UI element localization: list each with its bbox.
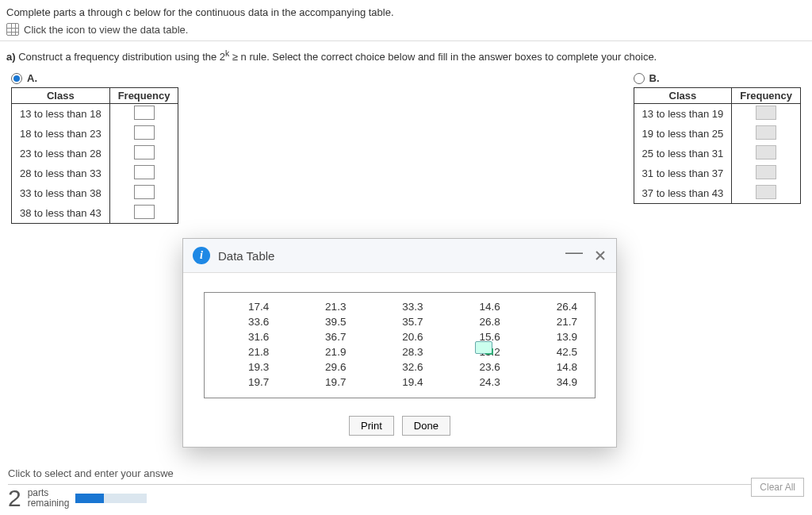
bottom-bar: Click to select and enter your answe 2 p… bbox=[0, 461, 812, 515]
data-cell: 28.3 bbox=[373, 346, 426, 358]
table-row: 25 to less than 31 bbox=[634, 144, 800, 163]
radio-B[interactable] bbox=[634, 73, 645, 84]
frequency-input[interactable] bbox=[134, 125, 155, 140]
data-cell: 21.7 bbox=[527, 316, 580, 328]
minimize-icon[interactable]: — bbox=[565, 248, 583, 256]
radio-A[interactable] bbox=[11, 73, 22, 84]
table-row: 33 to less than 38 bbox=[12, 183, 178, 203]
data-cell: 31.6 bbox=[219, 331, 272, 343]
data-grid: 17.421.333.314.626.433.639.535.726.821.7… bbox=[219, 301, 580, 388]
instruction-line-2: Click the icon to view the data table. bbox=[24, 22, 188, 38]
choice-A-letter: A. bbox=[27, 72, 37, 84]
instructions-block: Complete parts a through c below for the… bbox=[0, 0, 812, 41]
data-cell: 32.6 bbox=[373, 361, 426, 373]
table-B-freq-header: Frequency bbox=[732, 88, 801, 104]
parts-remaining: 2 parts remaining bbox=[8, 485, 147, 512]
table-row: 38 to less than 43 bbox=[12, 203, 178, 224]
class-cell: 31 to less than 37 bbox=[634, 163, 732, 183]
class-cell: 25 to less than 31 bbox=[634, 144, 732, 163]
data-cell: 23.6 bbox=[450, 361, 504, 373]
data-cell: 19.7 bbox=[219, 376, 272, 388]
done-button[interactable]: Done bbox=[402, 416, 450, 436]
table-row: 23 to less than 28 bbox=[12, 144, 178, 163]
frequency-input bbox=[756, 185, 776, 199]
data-area: 17.421.333.314.626.433.639.535.726.821.7… bbox=[204, 292, 596, 398]
frequency-input[interactable] bbox=[134, 185, 155, 199]
data-cell: 13.9 bbox=[527, 331, 580, 343]
class-cell: 28 to less than 33 bbox=[12, 163, 110, 183]
table-row: 18 to less than 23 bbox=[12, 124, 178, 144]
frequency-cell bbox=[732, 144, 801, 163]
data-cell: 42.5 bbox=[527, 346, 580, 358]
data-cell: 19.7 bbox=[296, 376, 349, 388]
data-cell: 19.4 bbox=[373, 376, 426, 388]
data-cell: 36.7 bbox=[296, 331, 349, 343]
frequency-cell bbox=[732, 104, 801, 125]
table-B: Class Frequency 13 to less than 1919 to … bbox=[634, 87, 801, 204]
frequency-cell bbox=[109, 163, 178, 183]
table-row: 13 to less than 19 bbox=[634, 104, 800, 125]
frequency-cell bbox=[109, 183, 178, 203]
class-cell: 18 to less than 23 bbox=[12, 124, 110, 144]
frequency-cell bbox=[109, 124, 178, 144]
dialog-header: i Data Table — bbox=[183, 239, 616, 273]
progress-bar bbox=[75, 494, 147, 503]
class-cell: 33 to less than 38 bbox=[12, 183, 110, 203]
class-cell: 23 to less than 28 bbox=[12, 144, 110, 163]
data-cell: 39.5 bbox=[296, 316, 349, 328]
frequency-cell bbox=[109, 203, 178, 224]
data-cell: 33.3 bbox=[373, 301, 426, 313]
info-icon: i bbox=[193, 247, 210, 264]
data-cell: 35.7 bbox=[373, 316, 426, 328]
table-A-freq-header: Frequency bbox=[109, 88, 178, 104]
data-cell: 24.3 bbox=[450, 376, 504, 388]
data-cell: 29.6 bbox=[296, 361, 349, 373]
frequency-input[interactable] bbox=[134, 145, 155, 159]
parts-count: 2 bbox=[8, 485, 21, 512]
table-row: 28 to less than 33 bbox=[12, 163, 178, 183]
part-a-prompt: a) Construct a frequency distribution us… bbox=[0, 41, 812, 67]
class-cell: 38 to less than 43 bbox=[12, 203, 110, 224]
table-A-class-header: Class bbox=[12, 88, 110, 104]
dialog-title: Data Table bbox=[218, 249, 274, 263]
frequency-input bbox=[756, 125, 776, 140]
data-cell: 20.6 bbox=[373, 331, 426, 343]
close-icon[interactable] bbox=[594, 249, 607, 262]
frequency-input[interactable] bbox=[134, 106, 155, 120]
class-cell: 13 to less than 18 bbox=[12, 104, 110, 125]
table-row: 19 to less than 25 bbox=[634, 124, 800, 144]
data-cell: 14.8 bbox=[527, 361, 580, 373]
data-cell: 21.8 bbox=[219, 346, 272, 358]
part-a-label: a) bbox=[6, 51, 18, 63]
frequency-cell bbox=[732, 163, 801, 183]
frequency-cell bbox=[732, 124, 801, 144]
frequency-cell bbox=[732, 183, 801, 204]
data-table-dialog: i Data Table — 17.421.333.314.626.433.63… bbox=[182, 238, 617, 448]
data-cell: 26.4 bbox=[527, 301, 580, 313]
choice-A: A. Class Frequency 13 to less than 1818 … bbox=[11, 72, 178, 224]
class-cell: 37 to less than 43 bbox=[634, 183, 732, 204]
class-cell: 19 to less than 25 bbox=[634, 124, 732, 144]
data-cell: 17.4 bbox=[219, 301, 272, 313]
frequency-input[interactable] bbox=[134, 205, 155, 219]
data-table-icon[interactable] bbox=[6, 23, 19, 36]
data-cell: 33.6 bbox=[219, 316, 272, 328]
data-cell: 21.9 bbox=[296, 346, 349, 358]
data-cell: 14.6 bbox=[450, 301, 504, 313]
data-cell: 19.3 bbox=[219, 361, 272, 373]
choice-B-letter: B. bbox=[649, 72, 660, 84]
frequency-input bbox=[756, 145, 776, 159]
data-cell: 34.9 bbox=[527, 376, 580, 388]
frequency-input[interactable] bbox=[134, 165, 155, 179]
frequency-input bbox=[756, 165, 776, 179]
copy-icon[interactable] bbox=[475, 341, 492, 354]
table-B-class-header: Class bbox=[634, 88, 732, 104]
choice-B: B. Class Frequency 13 to less than 1919 … bbox=[634, 72, 801, 224]
frequency-cell bbox=[109, 144, 178, 163]
print-button[interactable]: Print bbox=[349, 416, 394, 436]
data-cell: 21.3 bbox=[296, 301, 349, 313]
clear-all-button[interactable]: Clear All bbox=[751, 478, 804, 497]
data-cell: 26.8 bbox=[450, 316, 504, 328]
frequency-cell bbox=[109, 104, 178, 125]
instruction-line-1: Complete parts a through c below for the… bbox=[6, 5, 806, 21]
